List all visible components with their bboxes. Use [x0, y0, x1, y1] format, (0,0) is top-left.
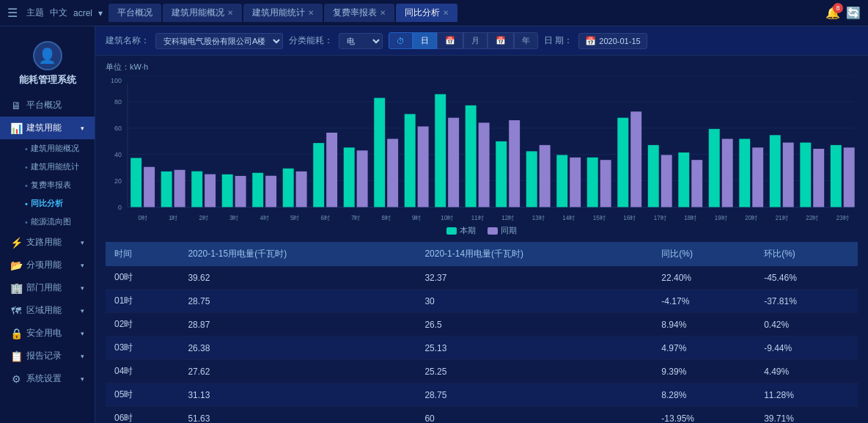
menu-icon[interactable]: ☰: [7, 6, 18, 20]
category-label: 分类能耗：: [289, 34, 333, 47]
tab-close-comparison[interactable]: ✕: [443, 9, 449, 17]
cell-prev: 25.25: [416, 360, 652, 383]
bar-current: [648, 145, 659, 207]
system-name: 能耗管理系统: [19, 73, 76, 87]
building-select[interactable]: 安科瑞电气股份有限公司A楼: [155, 33, 283, 49]
x-label: 6时: [321, 215, 330, 221]
building-icon: 🏢: [10, 282, 22, 294]
bar-prev: [813, 149, 824, 207]
tab-rate-report[interactable]: 复费率报表✕: [324, 4, 394, 22]
sidebar-item-building[interactable]: 📊 建筑用能 ▾: [0, 117, 95, 139]
x-label: 0时: [138, 215, 147, 221]
cell-qoq: 4.49%: [755, 360, 858, 383]
bar-current: [191, 172, 202, 207]
x-label: 13时: [532, 215, 545, 221]
bar-prev: [783, 142, 794, 207]
main-content: 建筑名称： 安科瑞电气股份有限公司A楼 分类能耗： 电 ⏱ 日 📅 月 📅 年 …: [95, 26, 868, 423]
btn-year-label[interactable]: 年: [514, 32, 538, 49]
sidebar-item-platform[interactable]: 🖥 平台概况: [0, 94, 95, 117]
legend-prev-label: 同期: [501, 225, 517, 236]
th-time: 时间: [106, 242, 179, 266]
table-row: 02时 28.87 26.5 8.94% 0.42%: [106, 313, 858, 336]
sub-comparison[interactable]: 同比分析: [15, 194, 95, 213]
tab-close-building-stats[interactable]: ✕: [308, 9, 314, 17]
btn-day[interactable]: 日: [413, 32, 437, 49]
table-row: 00时 39.62 32.37 22.40% -45.46%: [106, 266, 858, 290]
bar-prev: [448, 118, 459, 207]
table-row: 04时 27.62 25.25 9.39% 4.49%: [106, 360, 858, 383]
tab-comparison[interactable]: 同比分析✕: [396, 4, 457, 22]
svg-text:0: 0: [118, 203, 122, 210]
refresh-icon[interactable]: 🔄: [846, 6, 861, 20]
cell-yoy: 9.39%: [652, 360, 755, 383]
bar-current: [161, 172, 172, 207]
tab-close-rate-report[interactable]: ✕: [380, 9, 386, 17]
btn-month-label[interactable]: 月: [463, 32, 488, 49]
tab-building-overview[interactable]: 建筑用能概况✕: [163, 4, 242, 22]
user-label: acrel: [73, 8, 92, 18]
x-label: 18时: [684, 215, 696, 221]
sidebar-item-division[interactable]: 📂 分项用能 ▾: [0, 254, 95, 276]
bar-current: [617, 118, 628, 207]
x-label: 3时: [229, 215, 238, 221]
notification-bell[interactable]: 🔔 8: [825, 6, 840, 20]
cell-cur: 31.13: [179, 383, 416, 407]
chevron-right-icon: ▾: [81, 239, 84, 246]
bar-current: [405, 114, 416, 207]
x-label: 10时: [441, 215, 453, 221]
bar-prev: [387, 139, 398, 207]
sidebar-item-dept[interactable]: 🏢 部门用能 ▾: [0, 276, 95, 299]
cell-prev: 26.5: [416, 313, 652, 336]
cell-prev: 32.37: [416, 266, 652, 290]
cell-yoy: 22.40%: [652, 266, 755, 290]
category-select[interactable]: 电: [339, 33, 383, 49]
x-label: 2时: [199, 215, 207, 221]
x-label: 9时: [412, 215, 421, 221]
bar-prev: [722, 139, 733, 207]
bar-prev: [540, 145, 551, 207]
dropdown-icon[interactable]: ▾: [98, 8, 103, 18]
building-submenu: 建筑用能概况 建筑用能统计 复费率报表 同比分析 能源流向图: [0, 139, 95, 231]
chevron-icon-safety: ▾: [81, 330, 84, 337]
bar-prev: [844, 147, 855, 207]
svg-text:40: 40: [114, 151, 122, 158]
main-layout: 👤 能耗管理系统 🖥 平台概况 📊 建筑用能 ▾ 建筑用能概况 建筑用能统计 复…: [0, 26, 868, 423]
cell-yoy: 4.97%: [652, 336, 755, 360]
table-body: 00时 39.62 32.37 22.40% -45.46% 01时 28.75…: [106, 266, 858, 423]
cell-time: 04时: [106, 360, 179, 383]
sub-building-stats[interactable]: 建筑用能统计: [15, 158, 95, 176]
cell-qoq: 39.71%: [755, 407, 858, 424]
tab-platform[interactable]: 平台概况: [108, 4, 161, 22]
cell-prev: 30: [416, 290, 652, 313]
bar-current: [222, 174, 233, 207]
btn-year-icon[interactable]: 📅: [488, 32, 514, 49]
sidebar-item-report[interactable]: 📋 报告记录 ▾: [0, 345, 95, 367]
sidebar-item-settings[interactable]: ⚙ 系统设置 ▾: [0, 367, 95, 390]
sidebar-item-safety[interactable]: 🔒 安全用电 ▾: [0, 322, 95, 345]
bar-prev: [691, 160, 702, 207]
bar-chart: 0 20 40 60 80 100 0时1时2时3时4时5时6时7时8时9时10…: [106, 76, 858, 222]
tab-close-building-overview[interactable]: ✕: [227, 9, 233, 17]
sidebar-item-area[interactable]: 🗺 区域用能 ▾: [0, 299, 95, 322]
sub-building-overview[interactable]: 建筑用能概况: [15, 139, 95, 158]
th-prev: 2020-1-14用电量(千瓦时): [416, 242, 652, 266]
bar-prev: [205, 174, 216, 207]
btn-month[interactable]: 📅: [437, 32, 463, 49]
date-label: 日 期：: [544, 34, 573, 47]
sidebar-item-branch[interactable]: ⚡ 支路用能 ▾: [0, 231, 95, 254]
table-section: 时间 2020-1-15用电量(千瓦时) 2020-1-14用电量(千瓦时) 同…: [95, 242, 868, 423]
tab-building-stats[interactable]: 建筑用能统计✕: [243, 4, 323, 22]
bar-current: [678, 152, 689, 207]
building-label: 建筑名称：: [106, 34, 150, 47]
sub-energy-flow[interactable]: 能源流向图: [15, 213, 95, 231]
sub-rate-report[interactable]: 复费率报表: [15, 176, 95, 194]
x-label: 1时: [169, 215, 177, 221]
bar-prev: [630, 111, 641, 207]
date-input[interactable]: 📅 2020-01-15: [578, 33, 647, 49]
btn-hour[interactable]: ⏱: [389, 32, 413, 49]
data-table: 时间 2020-1-15用电量(千瓦时) 2020-1-14用电量(千瓦时) 同…: [106, 242, 858, 423]
cell-qoq: 0.42%: [755, 313, 858, 336]
cell-yoy: 8.28%: [652, 383, 755, 407]
table-header-row: 时间 2020-1-15用电量(千瓦时) 2020-1-14用电量(千瓦时) 同…: [106, 242, 858, 266]
cell-cur: 27.62: [179, 360, 416, 383]
